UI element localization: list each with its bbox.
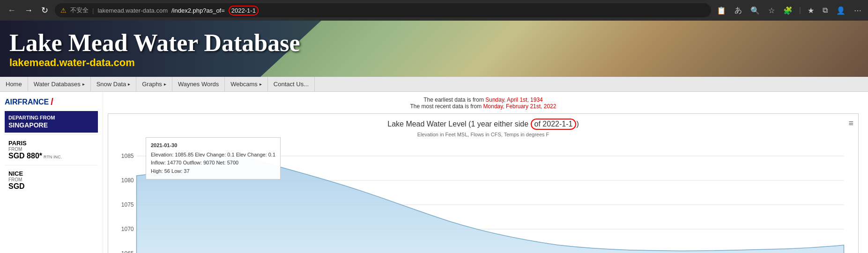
nav-item-contact-us[interactable]: Contact Us... xyxy=(268,77,315,91)
ad-departing-city: SINGAPORE xyxy=(8,121,94,129)
address-separator: | xyxy=(92,7,94,14)
back-button[interactable]: ← xyxy=(5,4,19,17)
svg-text:1080: 1080 xyxy=(121,177,134,184)
ad-departing-label: DEPARTING FROM xyxy=(8,115,94,120)
chart-tooltip: 2021-01-30 Elevation: 1085.85 Elev Chang… xyxy=(146,137,281,179)
url-domain: lakemead.water-data.com xyxy=(97,7,168,14)
header-background-image xyxy=(260,21,868,77)
url-path: /index2.php?as_of= xyxy=(171,7,225,14)
chart-area: The earliest data is from Sunday, April … xyxy=(103,92,868,253)
website: Lake Mead Water Database lakemead.water-… xyxy=(0,21,868,253)
extensions-button[interactable]: 🧩 xyxy=(781,4,794,17)
site-header: Lake Mead Water Database lakemead.water-… xyxy=(0,21,868,77)
svg-text:1065: 1065 xyxy=(121,250,134,253)
header-text: Lake Mead Water Database lakemead.water-… xyxy=(9,29,300,69)
url-date-highlight: 2022-1-1 xyxy=(229,6,259,15)
profile-button[interactable]: 👤 xyxy=(834,4,847,17)
dropdown-arrow-icon: ▸ xyxy=(164,82,166,87)
chart-subtitle: Elevation in Feet MSL, Flows in CFS, Tem… xyxy=(113,132,853,137)
chart-menu-button[interactable]: ≡ xyxy=(848,119,853,128)
search-button[interactable]: 🔍 xyxy=(749,4,762,17)
insecure-label: 不安全 xyxy=(70,6,89,15)
chart-header: Lake Mead Water Level (1 year either sid… xyxy=(113,119,853,130)
airfrance-slash: / xyxy=(51,97,53,107)
dropdown-arrow-icon: ▸ xyxy=(260,82,262,87)
airfrance-name: AIRFRANCE xyxy=(5,98,49,106)
svg-text:1075: 1075 xyxy=(121,201,134,208)
browser-chrome: ← → ↻ ⚠ 不安全 | lakemead.water-data.com /i… xyxy=(0,0,868,21)
more-options-button[interactable]: ⋯ xyxy=(852,4,863,17)
tooltip-inflow: Inflow: 14770 Outflow: 9070 Net: 5700 xyxy=(151,159,275,167)
main-content: AIRFRANCE / DEPARTING FROM SINGAPORE PAR… xyxy=(0,92,868,253)
nav-item-snow-data[interactable]: Snow Data ▸ xyxy=(91,77,137,91)
security-warning-icon: ⚠ xyxy=(60,7,67,14)
reload-button[interactable]: ↻ xyxy=(38,3,51,17)
ad-route-nice: NICE FROM SGD xyxy=(5,167,98,193)
nav-item-home[interactable]: Home xyxy=(0,77,28,91)
favorite-button[interactable]: ☆ xyxy=(766,4,777,17)
browser-toolbar: 📋 あ 🔍 ☆ 🧩 | ★ ⧉ 👤 ⋯ xyxy=(715,4,863,17)
nav-item-graphs[interactable]: Graphs ▸ xyxy=(136,77,172,91)
tooltip-date: 2021-01-30 xyxy=(151,141,275,150)
nav-item-webcams[interactable]: Webcams ▸ xyxy=(225,77,268,91)
svg-text:1085: 1085 xyxy=(121,153,134,159)
dropdown-arrow-icon: ▸ xyxy=(82,82,85,87)
browser-nav-buttons: ← → ↻ xyxy=(5,3,51,17)
split-screen-button[interactable]: ⧉ xyxy=(821,4,830,16)
chart-date-highlight: of 2022-1-1 xyxy=(531,119,577,130)
svg-text:1070: 1070 xyxy=(121,226,134,232)
tooltip-elevation: Elevation: 1085.85 Elev Change: 0.1 Elev… xyxy=(151,151,275,159)
nav-item-water-databases[interactable]: Water Databases ▸ xyxy=(28,77,91,91)
reader-mode-button[interactable]: 📋 xyxy=(715,4,728,17)
chart-container: Lake Mead Water Level (1 year either sid… xyxy=(108,113,859,253)
ad-departing-section: DEPARTING FROM SINGAPORE xyxy=(5,111,98,133)
data-info: The earliest data is from Sunday, April … xyxy=(108,97,859,110)
recent-data-link[interactable]: Monday, February 21st, 2022 xyxy=(483,103,556,110)
site-title: Lake Mead Water Database xyxy=(9,29,300,57)
earliest-data-line: The earliest data is from Sunday, April … xyxy=(108,97,859,103)
ad-brand-logo: AIRFRANCE / xyxy=(5,97,98,107)
navigation-bar: Home Water Databases ▸ Snow Data ▸ Graph… xyxy=(0,77,868,92)
sidebar-advertisement: AIRFRANCE / DEPARTING FROM SINGAPORE PAR… xyxy=(0,92,103,253)
ad-divider-2 xyxy=(5,165,98,165)
recent-data-line: The most recent data is from Monday, Feb… xyxy=(108,103,859,110)
dropdown-arrow-icon: ▸ xyxy=(128,82,130,87)
ad-divider xyxy=(5,134,98,135)
address-bar[interactable]: ⚠ 不安全 | lakemead.water-data.com /index2.… xyxy=(55,3,711,17)
nav-item-waynes-words[interactable]: Waynes Words xyxy=(172,77,225,91)
collections-button[interactable]: ★ xyxy=(806,4,816,17)
tooltip-high-low: High: 56 Low: 37 xyxy=(151,167,275,176)
earliest-data-link[interactable]: Sunday, April 1st, 1934 xyxy=(485,97,543,103)
translate-button[interactable]: あ xyxy=(733,4,744,17)
chart-title: Lake Mead Water Level (1 year either sid… xyxy=(360,119,607,130)
forward-button[interactable]: → xyxy=(22,4,36,17)
ad-route-paris: PARIS FROM SGD 880* RTN INC. xyxy=(5,137,98,163)
site-subtitle: lakemead.water-data.com xyxy=(9,57,300,69)
airfrance-ad[interactable]: AIRFRANCE / DEPARTING FROM SINGAPORE PAR… xyxy=(0,92,103,198)
